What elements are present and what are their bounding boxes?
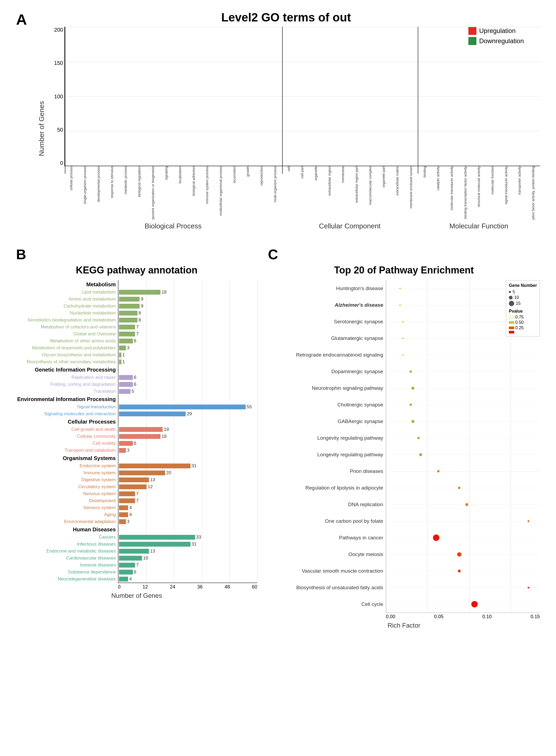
panels-bc: B KEGG pathway annotation MetabolismLipi… (16, 246, 540, 629)
x-label: biological regulation (132, 166, 146, 220)
dot-row (386, 513, 540, 529)
panel-c-labels: Huntington's diseaseAlzheimer's diseaseS… (268, 280, 386, 613)
kegg-bar-row: 7 (118, 324, 257, 331)
pathway-label: Neurotrophin signaling pathway (268, 380, 386, 396)
dot-row (386, 380, 540, 396)
kegg-item-label: Environmental adaptation (16, 518, 118, 525)
panel-a-title: Level2 GO terms of out (32, 11, 540, 24)
kegg-bar (119, 556, 142, 561)
kegg-item-label: Nucleotide metabolism (16, 309, 118, 317)
x-label: extracellular matrix (390, 166, 404, 220)
kegg-bar-row: 12 (118, 483, 257, 490)
kegg-item-label: Nervous system (16, 490, 118, 497)
kegg-bar-row: 6 (118, 374, 257, 381)
kegg-bar (119, 297, 140, 302)
kegg-bar-row: 3 (118, 344, 257, 352)
kegg-bar-value: 4 (129, 505, 132, 511)
x-label: cell (282, 166, 296, 220)
kegg-bar (119, 304, 140, 308)
kegg-item-label: Immune system (16, 469, 118, 476)
panel-b: B KEGG pathway annotation MetabolismLipi… (16, 246, 257, 629)
kegg-bar-value: 6 (134, 382, 136, 387)
dot-row (386, 579, 540, 596)
kegg-bar-value: 12 (148, 484, 153, 490)
dot-row (386, 396, 540, 413)
kegg-bar-row: 6 (118, 440, 257, 447)
kegg-bar-row: 6 (118, 381, 257, 388)
pvalue-gradient: 0.75 0.50 0.25 (509, 315, 537, 333)
kegg-bar-row: 4 (118, 504, 257, 511)
dot-row (386, 463, 540, 480)
x-label: multicellular organismal process (214, 166, 228, 220)
kegg-bar-value: 7 (136, 491, 139, 496)
pathway-label: Biosynthesis of unsaturated fatty acids (268, 579, 386, 596)
panel-b-xaxis: 0 12 24 36 48 60 (118, 583, 257, 590)
x-label: signal transducer activity (499, 166, 513, 220)
kegg-bar-value: 1 (123, 359, 125, 365)
kegg-bar (119, 491, 135, 496)
x-label: localization (173, 166, 187, 220)
kegg-item-label: Metabolism of terpenoids and polyketides (16, 344, 118, 352)
kegg-bar-value: 5 (132, 389, 134, 394)
pvalue-legend-title: Pvalue (509, 309, 537, 314)
pathway-dot (465, 503, 468, 506)
x-label: macromolecular complex (363, 166, 377, 220)
x-label: developmental process (92, 166, 105, 220)
pathway-dot (417, 437, 420, 439)
kegg-bar (119, 570, 133, 574)
kegg-bar (119, 478, 149, 482)
kegg-item-label: Sensory system (16, 504, 118, 511)
pathway-dot (433, 534, 439, 541)
kegg-bar-value: 31 (192, 463, 197, 469)
panel-c-title: Top 20 of Pathway Enrichment (268, 265, 540, 276)
dot-row (386, 596, 540, 613)
x-label: molecular function (486, 166, 499, 220)
pathway-label: Longevity regulating pathway (268, 430, 386, 447)
kegg-bar (119, 427, 163, 432)
ytick-150: 150 (54, 60, 63, 66)
kegg-item-label: Lipid metabolism (16, 289, 118, 296)
dot-row (386, 563, 540, 579)
kegg-bar-row: 33 (118, 534, 257, 541)
pathway-dot (458, 570, 461, 572)
kegg-bar-row: 20 (118, 469, 257, 476)
kegg-bar (119, 346, 126, 351)
kegg-bar-value: 7 (136, 498, 139, 503)
pathway-dot (402, 321, 404, 323)
x-label: growth (241, 166, 255, 220)
panel-b-labels: MetabolismLipid metabolismAmino acid met… (16, 280, 118, 583)
kegg-item-label: Endocrine system (16, 462, 118, 469)
kegg-bar (119, 563, 135, 567)
kegg-bar (119, 325, 135, 329)
kegg-bar (119, 441, 133, 446)
kegg-bar (119, 360, 121, 364)
pathway-label: Oocyte meiosis (268, 546, 386, 563)
dot-15-icon (509, 301, 514, 306)
kegg-bar-value: 18 (162, 290, 167, 295)
section-1 (282, 27, 417, 166)
kegg-bar-row: 19 (118, 426, 257, 433)
kegg-bar (119, 485, 146, 489)
kegg-item-label: Infectious diseases (16, 541, 118, 548)
kegg-item-label: Biosynthesis of other secondary metaboli… (16, 358, 118, 365)
pathway-label: Regulation of lipolysis in adipocyte (268, 480, 386, 496)
kegg-category-label: Metabolism (16, 280, 118, 289)
x-label: signaling (160, 166, 173, 220)
pathway-dot (528, 520, 529, 522)
x-label: locomotion (228, 166, 241, 220)
x-label: membrane-enclosed lumen (404, 166, 418, 220)
kegg-category-label: Environmental Information Processing (16, 395, 118, 403)
kegg-item-label: Immune diseases (16, 562, 118, 569)
kegg-item-label: Cellular community (16, 433, 118, 440)
x-label: cellular component organization or bioge… (146, 166, 160, 220)
kegg-bar (119, 505, 128, 510)
ytick-0: 0 (60, 160, 63, 166)
kegg-bar-row: 9 (118, 296, 257, 303)
kegg-item-label: Signaling molecules and interaction (16, 410, 118, 418)
pathway-label: Cell cycle (268, 596, 386, 613)
x-label: extracellular region part (350, 166, 363, 220)
kegg-item-label: Cell growth and death (16, 426, 118, 433)
kegg-item-label: Folding, sorting and degradation (16, 381, 118, 388)
pathway-dot (458, 487, 460, 489)
kegg-category-label: Human Diseases (16, 525, 118, 534)
